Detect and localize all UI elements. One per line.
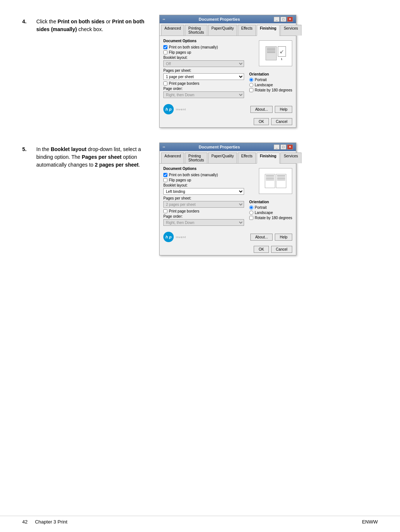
page-order-label-2: Page order: bbox=[163, 214, 244, 218]
tab2-paper-quality[interactable]: Paper/Quality bbox=[208, 153, 237, 163]
booklet-layout-select-2[interactable]: Left binding bbox=[163, 188, 244, 195]
checkbox2-flip-pages-label: Flip pages up bbox=[169, 178, 191, 182]
pages-per-sheet-select-2[interactable]: 2 pages per sheet bbox=[163, 201, 244, 208]
rotate2-checkbox-row: Rotate by 180 degrees bbox=[249, 216, 292, 220]
tab-advanced[interactable]: Advanced bbox=[161, 25, 184, 36]
dialog-2-section-title: Document Options bbox=[163, 167, 244, 171]
radio-landscape-label: Landscape bbox=[255, 83, 273, 87]
about-btn-2[interactable]: About... bbox=[250, 234, 273, 241]
tab-finishing[interactable]: Finishing bbox=[257, 25, 280, 36]
dialog-2-tabs: Advanced Printing Shortcuts Paper/Qualit… bbox=[160, 151, 296, 164]
print-page-borders-input[interactable] bbox=[163, 81, 167, 86]
page-order-select[interactable]: Right, then Down bbox=[163, 91, 244, 98]
cancel-btn-1[interactable]: Cancel bbox=[271, 118, 292, 125]
checkbox2-both-sides: Print on both sides (manually) bbox=[163, 173, 244, 177]
checkbox2-both-sides-input[interactable] bbox=[163, 173, 167, 177]
page-order-label: Page order: bbox=[163, 87, 244, 91]
dialog-2-left: Document Options Print on both sides (ma… bbox=[163, 167, 244, 227]
preview-two-pages bbox=[265, 174, 286, 188]
radio-portrait-label: Portrait bbox=[255, 78, 267, 82]
step-5-content: In the Booklet layout drop-down list, se… bbox=[36, 145, 148, 169]
tab-paper-quality[interactable]: Paper/Quality bbox=[208, 25, 237, 36]
maximize-btn[interactable]: □ bbox=[280, 17, 286, 22]
footer-chapter-text: Chapter 3 Print bbox=[35, 519, 67, 525]
step-5-image: ▪▪ Document Properties _ □ ✕ Advanced Pr… bbox=[159, 143, 378, 255]
minimize-btn[interactable]: _ bbox=[274, 17, 280, 22]
page-order-select-2[interactable]: Right, then Down bbox=[163, 219, 244, 226]
tab2-finishing[interactable]: Finishing bbox=[257, 153, 280, 164]
print-page-borders-row-2: Print page borders bbox=[163, 209, 244, 213]
radio2-landscape-input[interactable] bbox=[249, 211, 253, 215]
checkbox-both-sides-label: Print on both sides (manually) bbox=[169, 45, 218, 49]
minimize-btn-2[interactable]: _ bbox=[274, 144, 280, 150]
radio2-portrait: Portrait bbox=[249, 205, 292, 210]
tab2-effects[interactable]: Effects bbox=[238, 153, 256, 163]
dialog-1-btn-row: OK Cancel bbox=[160, 117, 296, 127]
radio-portrait: Portrait bbox=[249, 78, 292, 82]
tab-printing-shortcuts[interactable]: Printing Shortcuts bbox=[185, 25, 207, 36]
radio2-portrait-input[interactable] bbox=[249, 205, 253, 210]
pages-per-sheet-label-2: Pages per sheet: bbox=[163, 196, 244, 200]
hp-logo-1: h p bbox=[163, 104, 174, 114]
dialog-1-body: Document Options Print on both sides (ma… bbox=[160, 36, 296, 103]
tab-services[interactable]: Services bbox=[280, 25, 301, 36]
pages-per-sheet-select[interactable]: 1 page per sheet bbox=[163, 73, 244, 80]
dialog-2: ▪▪ Document Properties _ □ ✕ Advanced Pr… bbox=[159, 143, 296, 255]
preview-half-page-right bbox=[276, 174, 286, 188]
print-page-borders-row: Print page borders bbox=[163, 81, 244, 86]
checkbox-both-sides: Print on both sides (manually) bbox=[163, 45, 244, 49]
step-4-number: 4. bbox=[22, 18, 33, 33]
about-btn-1[interactable]: About... bbox=[250, 106, 273, 113]
preview-box-1: ↙ 1 bbox=[259, 40, 292, 66]
booklet-layout-row-2: Booklet layout: Left binding bbox=[163, 183, 244, 195]
step-5-bold1: Booklet layout bbox=[51, 146, 86, 152]
step-4-image: ▪▪ Document Properties _ □ ✕ Advanced Pr… bbox=[159, 15, 378, 128]
booklet-layout-select[interactable]: Off bbox=[163, 60, 244, 67]
tab2-printing-shortcuts[interactable]: Printing Shortcuts bbox=[185, 153, 207, 163]
close-btn-2[interactable]: ✕ bbox=[287, 144, 293, 150]
hp-logo-area-2: h p invent About... Help bbox=[160, 230, 296, 244]
hp-logo-text-1: h p bbox=[166, 107, 172, 111]
dialog-1-section-title: Document Options bbox=[163, 39, 244, 43]
tab-effects[interactable]: Effects bbox=[238, 25, 256, 36]
checkbox-both-sides-input[interactable] bbox=[163, 45, 167, 49]
help-btn-1[interactable]: Help bbox=[275, 106, 292, 113]
titlebar-controls-2: _ □ ✕ bbox=[274, 144, 293, 150]
orientation-title-1: Orientation bbox=[249, 72, 292, 76]
checkbox2-flip-pages: Flip pages up bbox=[163, 178, 244, 182]
dialog-2-btn-row: OK Cancel bbox=[160, 244, 296, 255]
step-4-text: 4. Click the Print on both sides or Prin… bbox=[22, 15, 148, 128]
print-page-borders-input-2[interactable] bbox=[163, 209, 167, 213]
radio2-landscape-label: Landscape bbox=[255, 211, 273, 215]
footer-enww: ENWW bbox=[362, 519, 378, 525]
checkbox2-flip-pages-input[interactable] bbox=[163, 178, 167, 182]
preview-pages-1: ↙ 1 bbox=[266, 46, 286, 61]
booklet-layout-row: Booklet layout: Off bbox=[163, 56, 244, 67]
rotate-checkbox-input[interactable] bbox=[249, 88, 253, 92]
ok-btn-2[interactable]: OK bbox=[254, 246, 269, 253]
rotate2-checkbox-input[interactable] bbox=[249, 216, 253, 220]
close-btn[interactable]: ✕ bbox=[287, 17, 293, 22]
dialog-1-titlebar: ▪▪ Document Properties _ □ ✕ bbox=[160, 15, 296, 23]
radio-portrait-input[interactable] bbox=[249, 78, 253, 82]
maximize-btn-2[interactable]: □ bbox=[280, 144, 286, 150]
tab2-services[interactable]: Services bbox=[280, 153, 301, 163]
tab2-advanced[interactable]: Advanced bbox=[161, 153, 184, 163]
pages-per-sheet-row-2: Pages per sheet: 2 pages per sheet bbox=[163, 196, 244, 208]
cancel-btn-2[interactable]: Cancel bbox=[271, 246, 292, 253]
checkbox-flip-pages-input[interactable] bbox=[163, 50, 167, 54]
help-btn-2[interactable]: Help bbox=[275, 234, 292, 241]
step-4-content: Click the Print on both sides or Print o… bbox=[36, 18, 148, 33]
ok-btn-1[interactable]: OK bbox=[254, 118, 269, 125]
step-4-bold1: Print on both sides bbox=[58, 19, 105, 24]
rotate-checkbox-row: Rotate by 180 degrees bbox=[249, 88, 292, 92]
hp-logo-2: h p bbox=[163, 232, 174, 242]
orientation-section-1: Orientation Portrait Landscape bbox=[249, 72, 292, 93]
checkbox-flip-pages-label: Flip pages up bbox=[169, 50, 191, 54]
radio-landscape-input[interactable] bbox=[249, 83, 253, 87]
dialog-1-title: Document Properties bbox=[165, 17, 274, 21]
orientation-section-2: Orientation Portrait Landscape bbox=[249, 200, 292, 221]
page-container: 4. Click the Print on both sides or Prin… bbox=[0, 0, 400, 532]
preview-box-2 bbox=[259, 168, 292, 194]
radio-landscape: Landscape bbox=[249, 83, 292, 87]
